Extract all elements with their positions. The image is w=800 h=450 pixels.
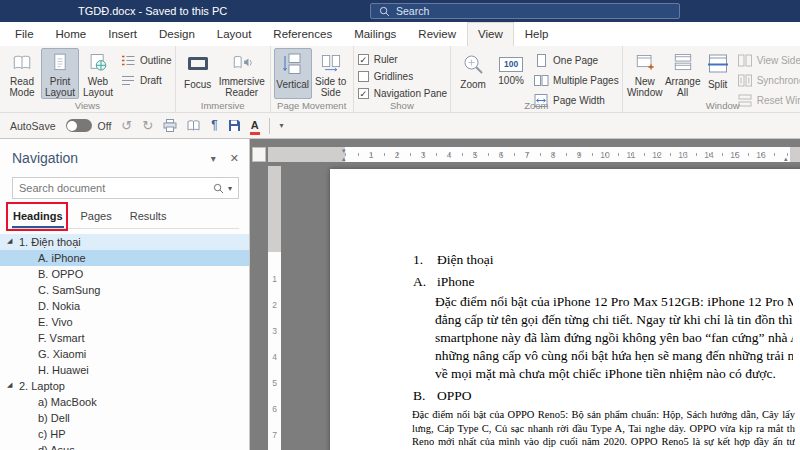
tab-help[interactable]: Help	[514, 22, 560, 46]
view-side-by-side-button[interactable]: View Side by Side	[737, 53, 800, 68]
nav-search-input[interactable]: Search document ▾	[12, 177, 239, 199]
ruler-checkbox-box: ✓	[358, 54, 369, 65]
nav-headings-tree: ◢1. Điện thoại A. iPhone B. OPPO C. SamS…	[0, 229, 249, 450]
navigation-header: Navigation ▾ ✕	[0, 139, 249, 170]
nav-heading-vsmart[interactable]: F. Vsmart	[0, 330, 249, 346]
nav-heading-oppo[interactable]: B. OPPO	[0, 266, 249, 282]
paragraph-marks-button[interactable]: ¶	[211, 119, 217, 132]
titlebar-search-box[interactable]: Search	[370, 3, 680, 19]
undo-button[interactable]: ↺	[121, 119, 132, 132]
nav-heading-hp[interactable]: c) HP	[0, 426, 249, 442]
arrange-all-button[interactable]: Arrange All	[664, 48, 702, 99]
focus-icon	[186, 52, 210, 76]
new-window-button[interactable]: New Window	[626, 48, 664, 99]
read-aloud-button[interactable]	[187, 119, 201, 132]
autosave-state: Off	[98, 120, 112, 132]
nav-search-icon	[213, 183, 224, 194]
nav-heading-nokia[interactable]: D. Nokia	[0, 298, 249, 314]
nav-heading-iphone[interactable]: A. iPhone	[0, 250, 249, 266]
group-label-views: Views	[0, 100, 175, 111]
navigation-pane-checkbox-box: ✓	[358, 88, 369, 99]
horizontal-ruler[interactable]: 1 2 3 4 5 6 7 8 9 10 11 12 13 14 15 16 ▾…	[268, 147, 800, 162]
group-immersive: Focus Immersive Reader Immersive	[176, 46, 271, 112]
nav-heading-samsung[interactable]: C. SamSung	[0, 282, 249, 298]
doc-paragraph-iphone: Đặc điểm nổi bật của iPhone 12 Pro Max 5…	[330, 294, 800, 384]
indent-marker-hanging[interactable]: ▴	[342, 155, 346, 162]
document-page[interactable]: 1.Điện thoại A.iPhone Đặc điểm nổi bật c…	[330, 169, 800, 450]
outline-icon	[120, 53, 136, 68]
title-bar: TGDĐ.docx - Saved to this PC Search	[0, 0, 800, 22]
nav-heading-macbook[interactable]: a) MacBook	[0, 394, 249, 410]
indent-marker-right[interactable]: ▴	[784, 155, 788, 162]
one-page-icon	[533, 53, 549, 68]
nav-tab-pages[interactable]: Pages	[80, 205, 113, 228]
outline-button[interactable]: Outline	[120, 53, 172, 68]
zoom-100-button[interactable]: 100 100%	[492, 48, 530, 99]
print-layout-button[interactable]: Print Layout	[41, 48, 79, 99]
ruler-checkbox[interactable]: ✓ Ruler	[358, 53, 447, 65]
print-layout-label: Print Layout	[42, 76, 78, 98]
close-pane-icon[interactable]: ✕	[230, 152, 239, 165]
nav-heading-dien-thoai[interactable]: ◢1. Điện thoại	[0, 234, 249, 250]
synchronous-scrolling-button[interactable]: Synchronous Scrolling	[737, 73, 800, 88]
split-button[interactable]: Split	[702, 48, 734, 99]
indent-marker-first-line[interactable]: ▾	[342, 147, 346, 154]
split-icon	[706, 52, 730, 76]
zoom-icon	[461, 52, 485, 76]
zoom-button[interactable]: Zoom	[454, 48, 492, 99]
nav-heading-xiaomi[interactable]: G. Xiaomi	[0, 346, 249, 362]
print-button[interactable]	[163, 119, 177, 132]
group-label-page-movement: Page Movement	[271, 100, 353, 111]
save-button[interactable]	[228, 119, 241, 132]
nav-heading-dell[interactable]: b) Dell	[0, 410, 249, 426]
group-zoom: Zoom 100 100% One Page Multiple Pages Pa…	[451, 46, 623, 112]
tab-file[interactable]: File	[4, 22, 45, 46]
navigation-pane-checkbox[interactable]: ✓ Navigation Pane	[358, 87, 447, 99]
web-layout-label: Web Layout	[80, 76, 116, 98]
vertical-button[interactable]: Vertical	[274, 48, 312, 99]
web-layout-button[interactable]: Web Layout	[79, 48, 117, 99]
draft-button[interactable]: Draft	[120, 73, 172, 88]
view-side-by-side-label: View Side by Side	[757, 55, 800, 66]
immersive-reader-button[interactable]: Immersive Reader	[217, 48, 267, 99]
tab-mailings[interactable]: Mailings	[343, 22, 407, 46]
collapse-icon[interactable]: ◢	[7, 381, 12, 389]
nav-tab-headings[interactable]: Headings	[12, 205, 64, 228]
focus-button[interactable]: Focus	[179, 48, 217, 99]
view-side-by-side-icon	[737, 53, 753, 68]
side-to-side-button[interactable]: Side to Side	[312, 48, 350, 99]
tab-review[interactable]: Review	[407, 22, 467, 46]
tab-selector-box[interactable]	[252, 147, 266, 162]
tab-insert[interactable]: Insert	[97, 22, 148, 46]
one-page-button[interactable]: One Page	[533, 53, 619, 68]
tab-design[interactable]: Design	[148, 22, 206, 46]
multiple-pages-button[interactable]: Multiple Pages	[533, 73, 619, 88]
doc-heading-1: 1.Điện thoại	[330, 252, 800, 270]
nav-heading-huawei[interactable]: H. Huawei	[0, 362, 249, 378]
nav-heading-laptop[interactable]: ◢2. Laptop	[0, 378, 249, 394]
nav-search-dropdown-icon[interactable]: ▾	[228, 184, 232, 193]
tab-references[interactable]: References	[262, 22, 343, 46]
nav-heading-vivo[interactable]: E. Vivo	[0, 314, 249, 330]
tab-layout[interactable]: Layout	[206, 22, 263, 46]
pane-options-icon[interactable]: ▾	[211, 153, 216, 164]
font-color-button[interactable]: A	[251, 120, 259, 131]
document-area: 1 2 3 4 5 6 7 8 9 10 11 12 13 14 15 16 ▾…	[250, 139, 800, 450]
customize-qat-button[interactable]: ▾	[280, 121, 284, 130]
quick-access-toolbar: AutoSave Off ↺ ↻ ¶ A ▾	[0, 113, 800, 139]
new-window-label: New Window	[627, 76, 663, 98]
autosave-toggle[interactable]	[66, 119, 92, 132]
read-mode-button[interactable]: Read Mode	[3, 48, 41, 99]
nav-heading-asus[interactable]: d) Asus	[0, 442, 249, 450]
tab-view[interactable]: View	[467, 22, 514, 46]
vertical-ruler[interactable]: 1 2 3 4 5 6 7	[268, 166, 281, 450]
doc-heading-a: A.iPhone	[330, 274, 800, 292]
gridlines-checkbox[interactable]: Gridlines	[358, 70, 447, 82]
search-label: Search	[396, 5, 429, 17]
collapse-icon[interactable]: ◢	[7, 237, 12, 245]
tab-home[interactable]: Home	[45, 22, 98, 46]
group-page-movement: Vertical Side to Side Page Movement	[271, 46, 354, 112]
redo-button[interactable]: ↻	[142, 119, 153, 132]
arrange-all-icon	[671, 52, 695, 73]
nav-tab-results[interactable]: Results	[129, 205, 168, 228]
